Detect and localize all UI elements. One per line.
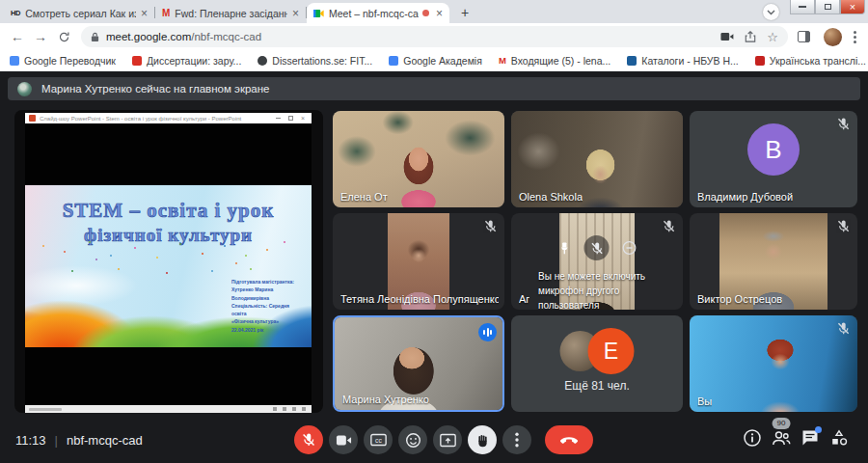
new-tab-button[interactable]: + [456, 4, 474, 21]
powerpoint-titlebar: Слайд-шоу PowerPoint - Stem - освіта і у… [25, 113, 312, 123]
bookmark-catalogs[interactable]: Каталоги - НБУВ Н... [627, 55, 739, 67]
bookmark-star-button[interactable]: ☆ [767, 30, 778, 44]
tab-video-site[interactable]: HD Смотреть сериал Как избежать × [4, 3, 154, 23]
participant-tile[interactable]: Вы не можете включить микрофон другого п… [511, 213, 683, 310]
slide-title-line2: фізичної культури [25, 225, 312, 246]
address-bar[interactable]: meet.google.com/nbf-mcqc-cad ☆ [81, 26, 788, 47]
activities-icon [829, 428, 849, 448]
bookmark-favicon [389, 56, 398, 66]
participant-tile[interactable]: В Владимир Дубовой [690, 111, 857, 207]
bookmark-favicon [132, 56, 142, 66]
activities-panel-button[interactable] [829, 428, 849, 448]
pin-button[interactable] [557, 241, 572, 256]
profile-avatar[interactable] [824, 28, 842, 46]
mute-participant-button[interactable] [584, 235, 610, 260]
more-options-button[interactable] [502, 425, 531, 454]
participant-video [690, 315, 857, 412]
chat-panel-button[interactable] [800, 428, 820, 448]
bookmark-dissertations-se[interactable]: Dissertations.se: FIT... [258, 55, 372, 67]
remove-participant-button[interactable] [622, 240, 637, 256]
raise-hand-button[interactable] [468, 425, 497, 454]
tab-strip: HD Смотреть сериал Как избежать × M Fwd:… [0, 0, 868, 23]
slide-credits: Підготувала магістрантка: Хутренко Марин… [231, 278, 305, 334]
participant-tile[interactable]: Виктор Острецов [690, 213, 857, 310]
participant-name: Аг [519, 293, 529, 305]
present-screen-button[interactable] [433, 425, 462, 454]
bookmark-label: Українська транслі... [770, 55, 866, 67]
slide-decoration [42, 245, 44, 247]
meeting-panels: 90 [743, 428, 849, 448]
tab-title: Meet – nbf-mcqc-cad [329, 8, 419, 19]
bookmark-inbox[interactable]: MВходящие (5) - lena... [499, 55, 610, 67]
banner-avatar [17, 82, 32, 96]
powerpoint-window-controls: × [276, 115, 305, 122]
tab-close-icon[interactable]: × [292, 8, 299, 19]
more-participants-tile[interactable]: E Ещё 81 чел. [511, 315, 683, 412]
participant-name: Тетяна Леонідівна Полупященко [340, 293, 499, 305]
maximize-button[interactable] [815, 0, 840, 14]
url-path: /nbf-mcqc-cad [191, 31, 261, 42]
share-icon [745, 31, 756, 42]
browser-menu-button[interactable] [848, 31, 862, 43]
tab-close-icon[interactable]: × [436, 8, 443, 19]
camera-in-use-indicator[interactable] [720, 32, 734, 41]
bookmark-translator[interactable]: Google Переводчик [10, 55, 116, 67]
browser-toolbar: ← → meet.google.com/nbf-mcqc-cad ☆ [0, 23, 868, 50]
bookmark-scholar[interactable]: Google Академія [389, 55, 482, 67]
back-button[interactable]: ← [6, 25, 29, 48]
divider: | [55, 433, 58, 448]
participant-avatars: E [560, 328, 635, 374]
kebab-icon [515, 432, 519, 448]
tab-gmail[interactable]: M Fwd: Пленарне засідання Всеук × [155, 3, 306, 23]
clock: 11:13 [15, 433, 46, 448]
screenshare-tile[interactable]: Слайд-шоу PowerPoint - Stem - освіта і у… [14, 110, 323, 413]
meeting-info: 11:13 | nbf-mcqc-cad [15, 433, 143, 448]
avatar-initial: В [765, 135, 781, 165]
tab-search-chevron[interactable] [763, 4, 779, 20]
bookmark-label: Google Академія [403, 55, 482, 67]
mic-muted-icon [836, 321, 851, 336]
reactions-button[interactable] [398, 425, 427, 454]
camera-icon [336, 434, 352, 447]
powerpoint-title: Слайд-шоу PowerPoint - Stem - освіта і у… [40, 116, 270, 122]
maximize-icon [288, 116, 293, 121]
participants-panel-button[interactable]: 90 [772, 428, 791, 448]
minimize-button[interactable] [790, 0, 815, 14]
self-view-tile[interactable]: Вы [690, 315, 857, 412]
reload-button[interactable] [52, 25, 75, 48]
bookmark-dissertations-ru[interactable]: Диссертации: зару... [132, 55, 241, 67]
bookmark-transliteration[interactable]: Українська транслі... [755, 55, 866, 67]
camera-toggle-button[interactable] [329, 425, 358, 454]
participant-tile[interactable]: Olena Shkola [511, 111, 683, 207]
hd-favicon: HD [11, 9, 20, 17]
tab-title: Смотреть сериал Как избежать [25, 8, 136, 19]
participant-name: Елена От [340, 191, 388, 203]
participant-avatar: В [747, 123, 800, 176]
meeting-details-button[interactable] [743, 428, 762, 448]
captions-button[interactable]: cc [364, 425, 393, 454]
mic-toggle-button[interactable] [294, 425, 323, 454]
participant-tile[interactable]: Елена От [333, 111, 504, 207]
tab-meet-active[interactable]: Meet – nbf-mcqc-cad × [307, 3, 449, 23]
mic-muted-icon [483, 219, 498, 233]
active-speaker-tile[interactable]: Марина Хутренко [333, 315, 504, 412]
tab-close-icon[interactable]: × [141, 8, 148, 19]
participant-name: Виктор Острецов [697, 293, 782, 305]
powerpoint-icon [29, 115, 36, 122]
minimize-icon [276, 118, 281, 119]
participant-count-badge: 90 [773, 418, 791, 429]
mic-off-icon [589, 241, 604, 256]
bookmark-favicon [627, 56, 637, 66]
slide: STEM – освіта і урок фізичної культури П… [25, 185, 312, 347]
leave-call-button[interactable] [545, 425, 593, 454]
mic-off-icon [301, 432, 316, 448]
forward-button[interactable]: → [29, 25, 52, 48]
url-domain: meet.google.com [106, 31, 191, 42]
close-button[interactable]: × [840, 0, 865, 14]
people-icon [772, 428, 791, 448]
participant-tile[interactable]: Тетяна Леонідівна Полупященко [333, 213, 504, 310]
google-meet-window: HD Смотреть сериал Как избежать × M Fwd:… [0, 0, 868, 463]
media-recording-dot [422, 10, 429, 16]
side-panel-button[interactable] [798, 31, 810, 42]
share-button[interactable] [745, 31, 756, 42]
